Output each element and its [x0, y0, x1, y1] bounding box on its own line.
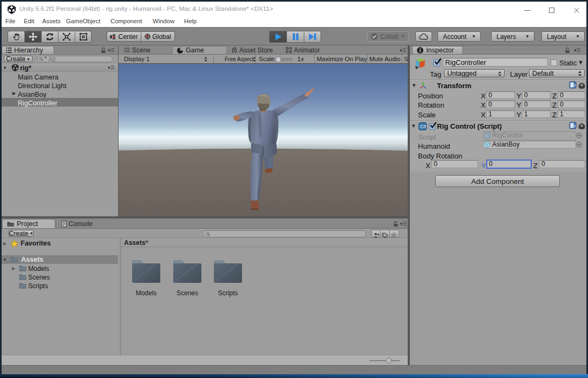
svg-text:?: ?	[573, 83, 576, 88]
svg-text:C: C	[485, 134, 488, 138]
svg-text:?: ?	[573, 124, 576, 129]
svg-text:C#: C#	[420, 124, 426, 129]
